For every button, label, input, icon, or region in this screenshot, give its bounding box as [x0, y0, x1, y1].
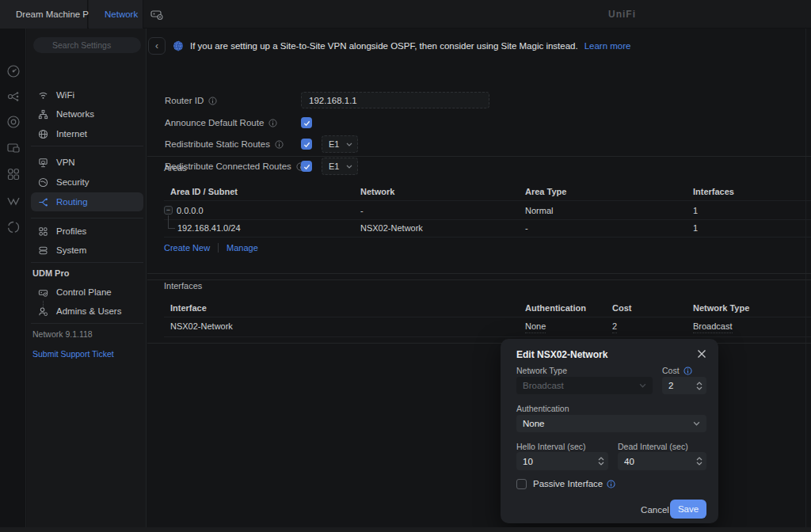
tab-console[interactable]: Dream Machine Pro	[0, 0, 88, 28]
collapse-sidebar-button[interactable]: ‹	[148, 37, 166, 55]
interfaces-section-title: Interfaces	[164, 281, 202, 291]
control-plane-icon	[38, 287, 48, 298]
sidebar-item-label: Admins & Users	[56, 306, 121, 316]
table-divider	[164, 336, 811, 337]
nav-rail	[0, 28, 26, 528]
tab-network[interactable]: Network	[89, 0, 143, 28]
close-icon[interactable]	[695, 348, 708, 360]
area-row-interfaces: 1	[693, 206, 698, 215]
app-window: Dream Machine Pro Network UniFi WiFi Net…	[0, 0, 811, 532]
passive-interface-checkbox[interactable]	[516, 479, 527, 489]
networks-icon	[38, 109, 48, 120]
topology-icon[interactable]	[6, 89, 21, 104]
info-icon[interactable]	[275, 140, 284, 149]
create-new-link[interactable]: Create New	[164, 243, 210, 253]
sidebar-item-system[interactable]: System	[31, 241, 143, 260]
interface-row-name[interactable]: NSX02-Network	[170, 321, 233, 331]
console-settings-icon[interactable]	[150, 8, 163, 21]
redistribute-connected-metric-select[interactable]: E1	[322, 158, 358, 175]
manage-link[interactable]: Manage	[227, 243, 258, 253]
cost-stepper-buttons[interactable]	[692, 382, 706, 390]
sidebar-item-wifi[interactable]: WiFi	[31, 86, 143, 104]
cost-label: Cost	[662, 366, 692, 375]
settings-sidebar: WiFi Networks Internet VPN Security Rout…	[27, 28, 147, 528]
unifi-devices-icon[interactable]	[6, 115, 21, 129]
sidebar-item-profiles[interactable]: Profiles	[31, 222, 143, 241]
sidebar-item-routing[interactable]: Routing	[31, 192, 143, 211]
announce-default-route-label: Announce Default Route	[165, 117, 277, 128]
info-icon[interactable]	[208, 97, 217, 105]
learn-more-link[interactable]: Learn more	[584, 41, 631, 51]
interface-row-auth[interactable]: None	[525, 321, 546, 333]
insights-icon[interactable]	[6, 194, 21, 208]
area-row-interfaces: 1	[693, 223, 698, 233]
stepper-up-icon[interactable]	[696, 382, 702, 386]
hello-interval-input[interactable]	[516, 457, 594, 466]
tree-line	[168, 228, 175, 229]
sidebar-item-internet[interactable]: Internet	[31, 124, 143, 143]
areas-col-network: Network	[360, 187, 394, 196]
redistribute-static-checkbox[interactable]	[301, 139, 312, 150]
sidebar-item-control-plane[interactable]: Control Plane	[31, 283, 143, 302]
router-id-label: Router ID	[165, 95, 217, 106]
info-icon[interactable]	[683, 367, 692, 375]
stepper-up-icon[interactable]	[696, 457, 702, 461]
dead-stepper-buttons[interactable]	[692, 457, 706, 466]
window-bottom-edge	[0, 527, 811, 532]
dead-interval-input[interactable]	[618, 457, 692, 466]
area-row-id[interactable]: 192.168.41.0/24	[177, 223, 241, 233]
interfaces-panel-top-border	[147, 279, 811, 280]
cost-input[interactable]	[662, 381, 692, 390]
collapse-area-button[interactable]: −	[164, 206, 173, 215]
interfaces-col-network-type: Network Type	[693, 303, 749, 313]
hello-stepper-buttons[interactable]	[594, 457, 608, 466]
sidebar-item-security[interactable]: Security	[31, 173, 143, 192]
titlebar: Dream Machine Pro Network UniFi	[0, 0, 811, 28]
chevron-down-icon	[693, 421, 700, 426]
router-id-input[interactable]	[301, 92, 489, 108]
tree-line	[168, 215, 169, 228]
stepper-down-icon[interactable]	[696, 386, 702, 390]
menu-divider	[31, 218, 143, 218]
clients-icon[interactable]	[6, 167, 21, 181]
chevron-down-icon	[346, 165, 352, 169]
cost-stepper	[662, 377, 706, 394]
sidebar-item-label: Networks	[56, 109, 94, 119]
menu-divider	[31, 146, 143, 146]
info-icon[interactable]	[607, 480, 615, 488]
announce-default-route-checkbox[interactable]	[301, 117, 312, 128]
sidebar-item-label: Routing	[56, 197, 88, 207]
stepper-up-icon[interactable]	[598, 457, 604, 461]
support-ticket-link[interactable]: Submit Support Ticket	[32, 349, 114, 359]
area-row-network: -	[360, 206, 364, 215]
vpn-icon	[38, 158, 48, 168]
network-type-select: Broadcast	[516, 377, 653, 394]
sidebar-item-admins-users[interactable]: Admins & Users	[31, 302, 143, 321]
areas-section-title: Areas	[164, 163, 187, 173]
info-icon[interactable]	[268, 119, 277, 127]
area-row-id[interactable]: 0.0.0.0	[177, 206, 204, 215]
edit-interface-dialog: Edit NSX02-Network Network Type Broadcas…	[501, 339, 718, 523]
save-button[interactable]: Save	[670, 500, 706, 519]
search-input[interactable]	[33, 37, 141, 53]
table-divider	[164, 219, 811, 220]
dashboard-icon[interactable]	[6, 64, 21, 78]
banner-text: If you are setting up a Site-to-Site VPN…	[190, 41, 578, 51]
sidebar-item-label: WiFi	[56, 90, 74, 100]
areas-panel-bottom-border	[147, 273, 811, 274]
client-devices-icon[interactable]	[6, 141, 21, 155]
stepper-down-icon[interactable]	[696, 462, 702, 466]
sidebar-item-vpn[interactable]: VPN	[31, 153, 143, 172]
sidebar-item-networks[interactable]: Networks	[31, 104, 143, 124]
settings-icon[interactable]	[6, 220, 21, 234]
network-tab-label: Network	[105, 10, 138, 19]
device-section-title: UDM Pro	[32, 268, 69, 278]
authentication-select[interactable]: None	[516, 415, 706, 432]
interface-row-network-type[interactable]: Broadcast	[693, 321, 733, 333]
redistribute-connected-checkbox[interactable]	[301, 161, 312, 172]
stepper-down-icon[interactable]	[598, 462, 604, 466]
redistribute-static-metric-select[interactable]: E1	[322, 135, 358, 153]
areas-col-type: Area Type	[525, 187, 566, 196]
table-divider	[164, 200, 811, 201]
interface-row-cost[interactable]: 2	[612, 321, 617, 333]
